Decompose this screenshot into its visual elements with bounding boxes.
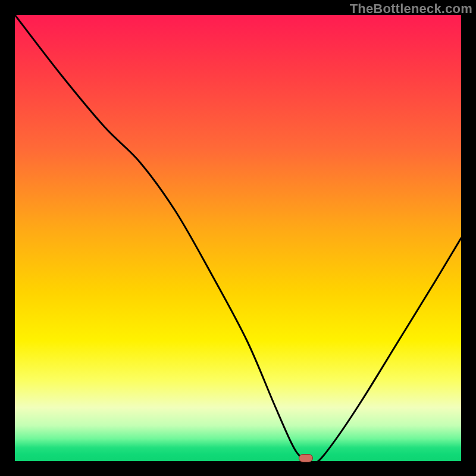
bottleneck-curve bbox=[15, 15, 461, 461]
chart-frame: TheBottleneck.com bbox=[0, 0, 476, 476]
curve-path bbox=[15, 15, 461, 461]
plot-area bbox=[15, 15, 461, 461]
optimal-marker bbox=[299, 454, 313, 462]
